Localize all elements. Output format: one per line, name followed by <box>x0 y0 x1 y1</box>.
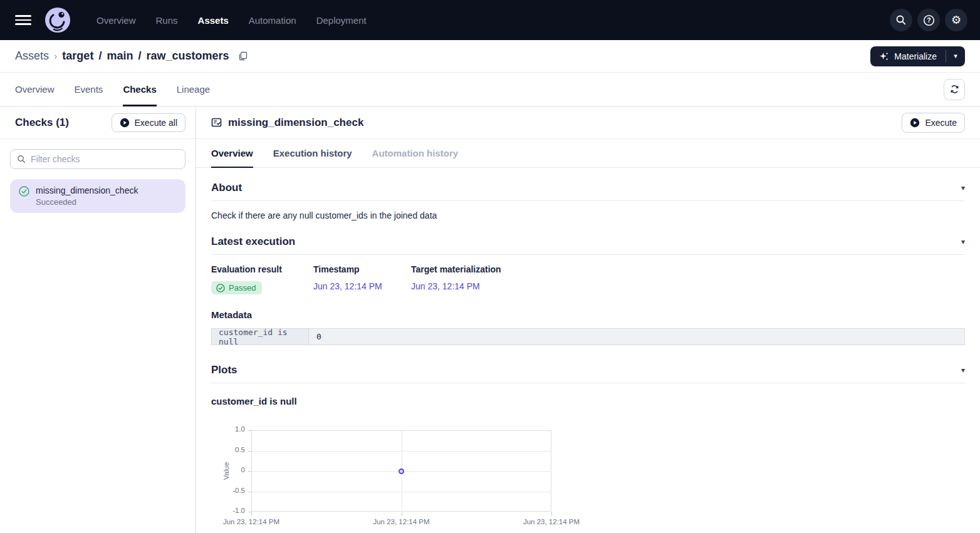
search-button[interactable] <box>890 9 912 31</box>
play-circle-icon <box>910 118 920 128</box>
settings-button[interactable]: ⚙︎ <box>945 9 967 31</box>
check-description: Check if there are any null customer_ids… <box>211 210 965 220</box>
check-doc-icon <box>211 117 222 128</box>
divider <box>211 200 965 201</box>
y-tick-mark <box>248 492 251 492</box>
x-tick-mark <box>551 512 552 515</box>
play-circle-icon <box>120 118 130 128</box>
breadcrumb-segment[interactable]: target <box>62 49 93 63</box>
execute-all-button[interactable]: Execute all <box>112 113 185 132</box>
filter-checks-input[interactable] <box>31 154 179 164</box>
copy-icon <box>238 51 248 61</box>
nav-runs[interactable]: Runs <box>156 15 178 26</box>
breadcrumb-asset-name: raw_customers <box>146 49 229 63</box>
metadata-table: customer_id is null 0 <box>211 328 965 345</box>
search-icon <box>895 14 907 26</box>
check-detail-panel: missing_dimension_check Execute Overview… <box>196 106 980 533</box>
x-tick-label: Jun 23, 12:14 PM <box>355 518 449 525</box>
gear-icon: ⚙︎ <box>951 14 961 26</box>
materialize-label: Materialize <box>894 51 937 61</box>
tab-lineage[interactable]: Lineage <box>177 73 210 106</box>
y-tick-mark <box>248 451 251 452</box>
plots-section-title: Plots <box>211 364 237 376</box>
materialize-button[interactable]: Materialize <box>870 46 946 66</box>
plot-canvas: Value 1.00.50-0.5-1.0Jun 23, 12:14 PMJun… <box>211 425 965 525</box>
search-icon <box>17 155 26 163</box>
about-section-title: About <box>211 182 242 194</box>
tab-automation-history[interactable]: Automation history <box>372 139 459 167</box>
timestamp-header: Timestamp <box>313 264 411 274</box>
check-detail-tabs: Overview Execution history Automation hi… <box>196 139 980 168</box>
tab-checks[interactable]: Checks <box>123 73 156 106</box>
y-tick-mark <box>248 430 251 431</box>
checks-sidebar: Checks (1) Execute all <box>0 106 196 533</box>
x-tick-mark <box>251 512 252 515</box>
execute-button[interactable]: Execute <box>902 113 965 133</box>
breadcrumb-segment[interactable]: main <box>107 49 133 63</box>
breadcrumb-assets-link[interactable]: Assets <box>15 49 49 63</box>
data-point[interactable] <box>399 468 404 474</box>
passed-badge: Passed <box>211 281 262 294</box>
materialize-split-button: Materialize ▾ <box>870 46 965 66</box>
x-tick-label: Jun 23, 12:14 PM <box>504 518 598 525</box>
top-nav: Overview Runs Assets Automation Deployme… <box>0 0 980 40</box>
filter-checks-box <box>10 149 185 169</box>
help-icon: ? <box>923 14 935 26</box>
breadcrumb-separator: / <box>138 49 141 63</box>
breadcrumb-separator: / <box>98 49 102 63</box>
collapse-latest-execution-icon[interactable]: ▾ <box>961 237 965 246</box>
target-materialization-header: Target materialization <box>411 264 501 274</box>
primary-nav: Overview Runs Assets Automation Deployme… <box>96 15 367 26</box>
metadata-title: Metadata <box>211 309 965 320</box>
latest-execution-title: Latest execution <box>211 235 295 248</box>
chevron-down-icon: ▾ <box>954 52 957 60</box>
timestamp-link[interactable]: Jun 23, 12:14 PM <box>313 281 382 291</box>
x-tick-label: Jun 23, 12:14 PM <box>204 518 298 525</box>
breadcrumb: Assets › target / main / raw_customers <box>15 49 248 63</box>
sparkle-icon <box>879 51 889 61</box>
nav-overview[interactable]: Overview <box>96 15 136 26</box>
x-tick-mark <box>402 512 402 515</box>
tab-overview[interactable]: Overview <box>15 73 55 106</box>
plot-title: customer_id is null <box>211 396 965 406</box>
check-list-item[interactable]: missing_dimension_check Succeeded <box>10 179 185 213</box>
collapse-plots-icon[interactable]: ▾ <box>961 366 965 375</box>
tab-execution-history[interactable]: Execution history <box>273 139 352 167</box>
collapse-about-icon[interactable]: ▾ <box>961 184 965 192</box>
asset-tabs: Overview Events Checks Lineage <box>0 73 980 106</box>
tab-events[interactable]: Events <box>75 73 103 106</box>
materialize-dropdown-button[interactable]: ▾ <box>946 46 965 66</box>
dagster-logo-icon[interactable] <box>45 8 70 33</box>
nav-assets[interactable]: Assets <box>198 15 229 26</box>
divider <box>211 254 965 255</box>
y-tick-label: -1.0 <box>216 507 245 514</box>
svg-text:?: ? <box>927 16 930 24</box>
check-success-icon <box>19 186 29 197</box>
nav-deployment[interactable]: Deployment <box>316 15 367 26</box>
metadata-key: customer_id is null <box>212 329 309 344</box>
check-success-icon <box>216 284 225 292</box>
breadcrumb-chevron-icon: › <box>54 51 57 62</box>
refresh-button[interactable] <box>944 79 965 100</box>
check-status: Succeeded <box>36 197 138 207</box>
metadata-value: 0 <box>309 329 964 344</box>
y-tick-label: 0 <box>216 466 245 473</box>
check-name: missing_dimension_check <box>36 185 138 195</box>
target-materialization-link[interactable]: Jun 23, 12:14 PM <box>411 281 480 291</box>
evaluation-result-header: Evaluation result <box>211 264 313 274</box>
y-tick-mark <box>248 471 251 472</box>
nav-automation[interactable]: Automation <box>249 15 296 26</box>
check-detail-title: missing_dimension_check <box>228 116 363 129</box>
y-tick-label: 1.0 <box>216 425 245 433</box>
refresh-icon <box>949 84 960 95</box>
hamburger-menu-icon[interactable] <box>15 15 31 25</box>
help-button[interactable]: ? <box>917 9 940 31</box>
tab-check-overview[interactable]: Overview <box>211 139 253 167</box>
breadcrumb-row: Assets › target / main / raw_customers M… <box>0 40 980 73</box>
checks-count-title: Checks (1) <box>15 116 69 129</box>
y-tick-label: -0.5 <box>216 487 245 494</box>
y-tick-label: 0.5 <box>216 446 245 453</box>
divider <box>211 383 965 383</box>
copy-asset-path-button[interactable] <box>238 51 248 61</box>
